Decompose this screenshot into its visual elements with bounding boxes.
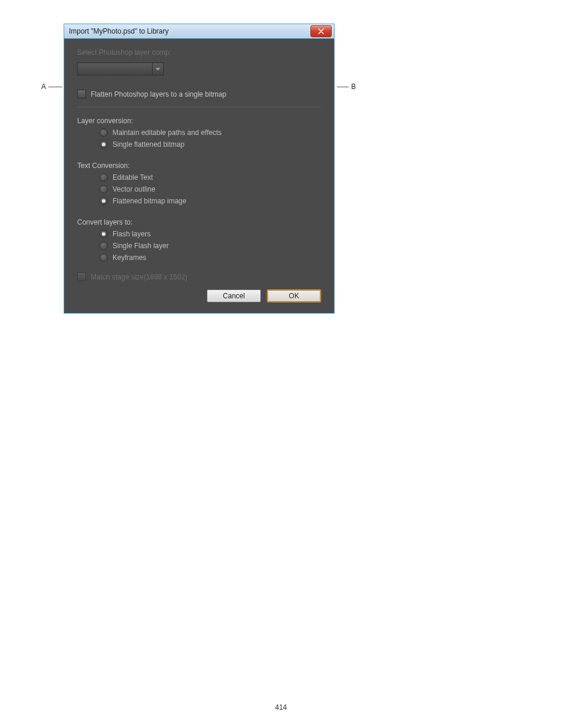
layer-conversion-label: Layer conversion: [77,117,321,125]
callout-b-label: B [351,83,356,91]
text-conversion-option-2-label: Flattened bitmap image [113,197,186,205]
convert-layers-option-2-label: Keyframes [113,253,146,262]
layer-conversion-option-0-label: Maintain editable paths and effects [113,129,222,137]
match-stage-label: Match stage size(1698 x 1502) [91,273,187,281]
convert-layers-option-0[interactable]: Flash layers [100,230,321,238]
radio-single-flash-layer[interactable] [100,242,108,250]
chevron-down-icon [153,63,163,75]
cancel-button-label: Cancel [223,292,244,300]
convert-layers-option-1[interactable]: Single Flash layer [100,242,321,250]
dialog-titlebar[interactable]: Import "MyPhoto.psd" to Library [64,24,334,39]
text-conversion-label: Text Conversion: [77,162,321,170]
text-conversion-option-0[interactable]: Editable Text [100,173,321,182]
text-conversion-option-1-label: Vector outline [113,185,156,193]
callout-b: B [336,83,356,91]
callout-a-line [48,87,62,87]
layer-comp-value [78,63,153,75]
ok-button[interactable]: OK [267,289,321,302]
select-layer-comp-label: Select Photoshop layer comp: [77,48,321,57]
match-stage-checkbox [77,272,86,281]
ok-button-label: OK [289,292,299,300]
radio-maintain-paths[interactable] [100,129,108,137]
radio-flattened-bitmap-image[interactable] [100,197,108,205]
radio-vector-outline[interactable] [100,185,108,193]
flatten-row[interactable]: Flatten Photoshop layers to a single bit… [77,90,321,98]
text-conversion-option-0-label: Editable Text [113,173,153,182]
flatten-label: Flatten Photoshop layers to a single bit… [91,90,226,98]
dialog-body: Select Photoshop layer comp: Flatten Pho… [64,39,334,313]
dialog-title: Import "MyPhoto.psd" to Library [69,27,310,35]
callout-a-label: A [41,83,46,91]
radio-keyframes[interactable] [100,253,108,262]
callout-b-line [337,87,349,87]
callout-a: A [41,83,64,91]
document-page: A B Import "MyPhoto.psd" to Library Sele… [0,0,562,728]
radio-single-flattened[interactable] [100,140,108,149]
layer-conversion-option-1-label: Single flattened bitmap [113,140,184,149]
flatten-checkbox[interactable] [77,90,86,98]
convert-layers-option-0-label: Flash layers [113,230,151,238]
layer-conversion-option-1[interactable]: Single flattened bitmap [100,140,321,149]
text-conversion-option-2[interactable]: Flattened bitmap image [100,197,321,205]
layer-conversion-option-0[interactable]: Maintain editable paths and effects [100,129,321,137]
radio-flash-layers[interactable] [100,230,108,238]
top-section: Select Photoshop layer comp: Flatten Pho… [77,48,321,107]
import-dialog: Import "MyPhoto.psd" to Library Select P… [64,24,335,314]
convert-layers-label: Convert layers to: [77,218,321,226]
dialog-footer: Cancel OK [77,281,321,302]
convert-layers-option-1-label: Single Flash layer [113,242,168,250]
page-number: 414 [0,703,562,711]
close-icon [318,28,325,34]
cancel-button[interactable]: Cancel [207,289,261,302]
layer-comp-combobox[interactable] [77,62,164,75]
match-stage-row: Match stage size(1698 x 1502) [77,272,321,281]
close-button[interactable] [310,25,332,37]
radio-editable-text[interactable] [100,173,108,182]
convert-layers-option-2[interactable]: Keyframes [100,253,321,262]
text-conversion-option-1[interactable]: Vector outline [100,185,321,193]
